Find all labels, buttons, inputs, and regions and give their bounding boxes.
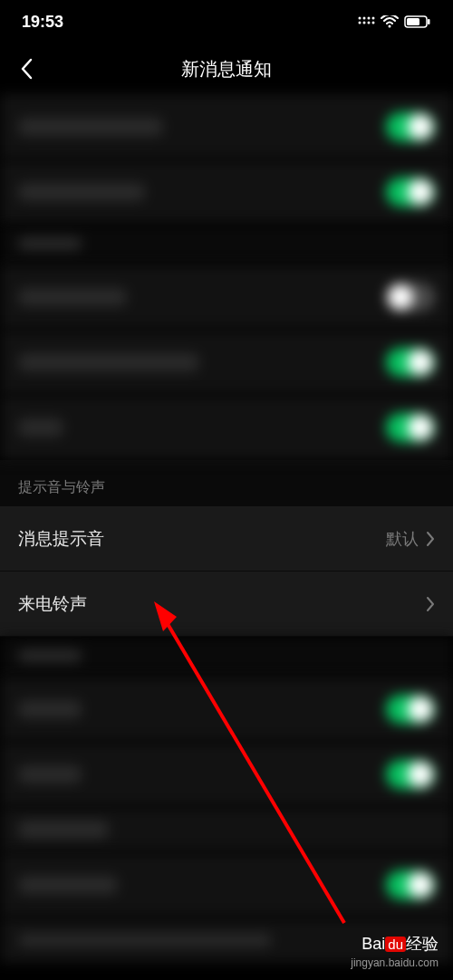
svg-point-4 (359, 22, 361, 24)
battery-icon (404, 15, 431, 28)
setting-row-blurred[interactable] (0, 94, 453, 159)
cellular-icon (357, 15, 375, 28)
back-button[interactable] (13, 55, 40, 82)
svg-point-1 (363, 17, 366, 20)
toggle-switch[interactable] (386, 870, 435, 899)
content-area: 提示音与铃声 消息提示音 默认 来电铃声 (0, 94, 453, 963)
setting-label: 来电铃声 (18, 592, 87, 616)
watermark-url: jingyan.baidu.com (351, 956, 439, 969)
section-header-sounds: 提示音与铃声 (0, 460, 453, 506)
svg-point-8 (389, 25, 391, 28)
svg-point-2 (368, 17, 371, 20)
setting-label: 消息提示音 (18, 527, 104, 551)
setting-row-blurred[interactable] (0, 742, 453, 807)
wifi-icon (381, 15, 399, 28)
toggle-switch[interactable] (386, 112, 435, 141)
toggle-switch[interactable] (386, 283, 435, 312)
chevron-right-icon (426, 531, 435, 547)
toggle-switch[interactable] (386, 760, 435, 789)
page-title: 新消息通知 (181, 57, 272, 82)
setting-row-blurred[interactable] (0, 159, 453, 225)
status-bar: 19:53 (0, 0, 453, 43)
toggle-switch[interactable] (386, 413, 435, 442)
section-header-blurred (0, 637, 453, 677)
svg-rect-10 (407, 18, 419, 25)
setting-row-blurred[interactable] (0, 395, 453, 460)
watermark: Baidu经验 jingyan.baidu.com (351, 933, 439, 969)
chevron-left-icon (20, 58, 33, 80)
svg-point-5 (363, 22, 366, 24)
setting-row-blurred[interactable] (0, 677, 453, 742)
nav-bar: 新消息通知 (0, 43, 453, 94)
svg-point-6 (368, 22, 371, 24)
watermark-logo: Baidu经验 (351, 933, 439, 955)
setting-value: 默认 (386, 528, 419, 550)
toggle-switch[interactable] (386, 348, 435, 377)
toggle-switch[interactable] (386, 695, 435, 724)
toggle-switch[interactable] (386, 178, 435, 207)
status-icons (357, 15, 431, 28)
svg-rect-11 (428, 19, 430, 24)
status-time: 19:53 (22, 13, 63, 32)
setting-row-blurred[interactable] (0, 852, 453, 918)
setting-row-blurred[interactable] (0, 264, 453, 330)
setting-row-message-sound[interactable]: 消息提示音 默认 (0, 506, 453, 572)
setting-row-blurred[interactable] (0, 807, 453, 852)
svg-point-3 (372, 17, 375, 20)
svg-point-7 (372, 22, 375, 24)
section-header-blurred (0, 225, 453, 264)
svg-point-0 (359, 17, 361, 20)
setting-row-ringtone[interactable]: 来电铃声 (0, 572, 453, 637)
setting-row-blurred[interactable] (0, 330, 453, 395)
chevron-right-icon (426, 596, 435, 612)
